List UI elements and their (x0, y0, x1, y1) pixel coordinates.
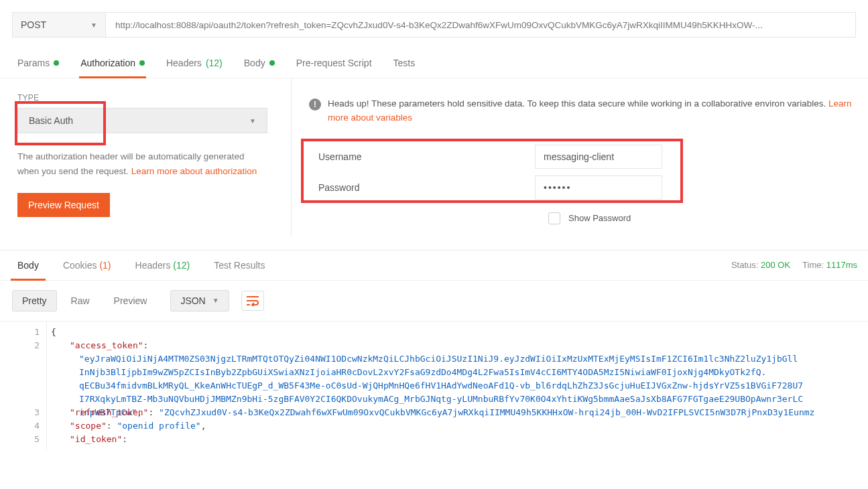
code-content[interactable]: { "access_token": "eyJraWQiOiJiNjA4MTM0Z… (47, 322, 868, 450)
dot-indicator-icon (139, 60, 145, 66)
dot-indicator-icon (54, 60, 59, 66)
preview-button[interactable]: Preview (104, 290, 158, 311)
pretty-button[interactable]: Pretty (12, 290, 57, 311)
username-input[interactable] (535, 145, 662, 169)
preview-request-button[interactable]: Preview Request (17, 193, 110, 217)
request-tabs: Params Authorization Headers (12) Body P… (0, 50, 868, 78)
tab-params[interactable]: Params (16, 50, 60, 78)
response-toolbar: Pretty Raw Preview JSON ▼ (0, 281, 868, 321)
warning-banner: ! Heads up! These parameters hold sensit… (304, 90, 868, 132)
raw-button[interactable]: Raw (61, 290, 100, 311)
warning-icon: ! (309, 98, 321, 111)
http-method-select[interactable]: POST ▼ (12, 12, 106, 38)
auth-left-pane: TYPE Basic Auth ▼ The authorization head… (0, 78, 292, 236)
wrap-icon (246, 295, 259, 306)
auth-note: The authorization header will be automat… (17, 149, 259, 178)
response-meta: Status: 200 OK Time: 1117ms (731, 260, 857, 270)
show-password-checkbox[interactable] (548, 212, 560, 224)
resp-tab-body[interactable]: Body (11, 251, 46, 280)
wrap-toggle-button[interactable] (241, 291, 264, 311)
username-label: Username (304, 151, 535, 162)
response-tabs: Body Cookies (1) Headers (12) Test Resul… (0, 250, 868, 281)
tab-authorization[interactable]: Authorization (79, 50, 146, 78)
show-password-label: Show Password (568, 213, 631, 223)
line-gutter: 1 2 3 4 5 (0, 322, 47, 450)
resp-tab-testresults[interactable]: Test Results (207, 251, 271, 280)
dot-indicator-icon (269, 60, 275, 66)
resp-tab-cookies[interactable]: Cookies (1) (56, 251, 118, 280)
tab-prerequest[interactable]: Pre-request Script (295, 50, 373, 78)
status-value: 200 OK (761, 260, 790, 270)
chevron-down-icon: ▼ (212, 297, 219, 304)
tab-body[interactable]: Body (243, 50, 276, 78)
chevron-down-icon: ▼ (90, 21, 97, 29)
auth-right-pane: ! Heads up! These parameters hold sensit… (292, 78, 868, 236)
chevron-down-icon: ▼ (249, 117, 256, 125)
lang-select[interactable]: JSON ▼ (170, 290, 229, 311)
learn-more-auth-link[interactable]: Learn more about authorization (131, 166, 257, 176)
time-value: 1117ms (826, 260, 857, 270)
http-method-label: POST (21, 19, 46, 30)
url-input[interactable]: http://localhost:8088/api/oauth2/token?r… (106, 12, 856, 38)
resp-tab-headers[interactable]: Headers (12) (129, 251, 197, 280)
auth-type-select[interactable]: Basic Auth ▼ (17, 108, 267, 133)
response-body: 1 2 3 4 5 { "access_token": "eyJraWQiOiJ… (0, 321, 868, 450)
password-label: Password (304, 182, 535, 193)
tab-tests[interactable]: Tests (392, 50, 417, 78)
tab-headers[interactable]: Headers (12) (165, 50, 224, 78)
url-text: http://localhost:8088/api/oauth2/token?r… (115, 20, 763, 30)
password-input[interactable] (535, 176, 662, 200)
auth-type-heading: TYPE (17, 93, 273, 102)
